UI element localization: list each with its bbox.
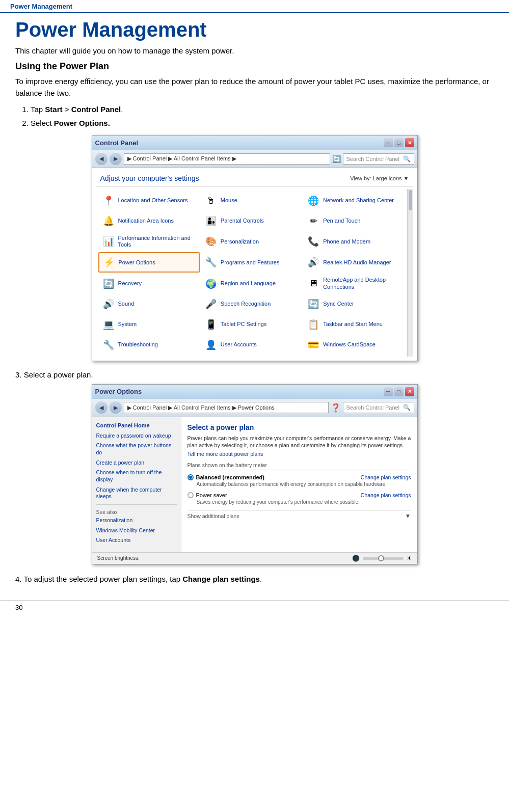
plan-balanced-radio-label[interactable]: Balanced (recommended)	[187, 474, 264, 480]
cp-item-recovery[interactable]: 🔄 Recovery	[98, 274, 200, 293]
power-search-box[interactable]: Search Control Panel 🔍	[343, 402, 414, 413]
minimize-button[interactable]: ─	[384, 138, 393, 147]
power-titlebar: Power Options ─ □ ✕	[92, 385, 417, 399]
plan-powersaver-name: Power saver	[196, 492, 227, 498]
search-box[interactable]: Search Control Panel 🔍	[343, 153, 414, 165]
cp-item-label: Windows CardSpace	[323, 341, 376, 348]
screenshot-power-options: Power Options ─ □ ✕ ◀ ▶ ▶ Control Panel …	[15, 384, 494, 564]
sidebar-link-sleep[interactable]: Change when the computer sleeps	[96, 486, 177, 500]
system-icon: 💻	[102, 318, 115, 331]
close-button[interactable]: ✕	[405, 138, 414, 147]
sidebar-link-mobility[interactable]: Windows Mobility Center	[96, 527, 177, 534]
sidebar-link-create[interactable]: Create a power plan	[96, 459, 177, 467]
screenshot-control-panel: Control Panel ─ □ ✕ ◀ ▶ ▶ Control Panel …	[15, 135, 494, 361]
cardspace-icon: 💳	[307, 338, 320, 351]
titlebar: Control Panel ─ □ ✕	[92, 136, 417, 150]
cp-item-notification[interactable]: 🔔 Notification Area Icons	[98, 211, 200, 231]
help-icon[interactable]: ❓	[331, 403, 341, 413]
cp-item-region[interactable]: 🌍 Region and Language	[201, 274, 302, 293]
maximize-button[interactable]: □	[394, 138, 404, 147]
cp-item-network[interactable]: 🌐 Network and Sharing Center	[303, 191, 405, 210]
plan-powersaver-radio-label[interactable]: Power saver	[187, 492, 227, 498]
power-address-text: ▶ Control Panel ▶ All Control Panel Item…	[127, 404, 275, 411]
cp-item-speech[interactable]: 🎤 Speech Recognition	[201, 294, 302, 314]
titlebar-left: Control Panel	[95, 139, 139, 147]
plan-balanced-desc: Automatically balances performance with …	[197, 481, 411, 487]
taskbar-icon: 📋	[307, 318, 320, 331]
power-back-button[interactable]: ◀	[95, 401, 108, 414]
brightness-track[interactable]	[363, 557, 404, 560]
power-minimize-button[interactable]: ─	[384, 387, 393, 396]
cp-item-remoteapp[interactable]: 🖥 RemoteApp and Desktop Connections	[303, 274, 405, 293]
sidebar-link-password[interactable]: Require a password on wakeup	[96, 432, 177, 440]
viewby-selector[interactable]: View by: Large icons ▼	[350, 175, 409, 181]
power-address-bar[interactable]: ▶ Control Panel ▶ All Control Panel Item…	[124, 402, 329, 413]
cp-item-system[interactable]: 💻 System	[98, 315, 200, 334]
recovery-icon: 🔄	[102, 277, 115, 290]
cp-item-performance[interactable]: 📊 Performance Information and Tools	[98, 232, 200, 251]
back-button[interactable]: ◀	[95, 153, 108, 165]
cp-item-label: Mouse	[221, 197, 237, 204]
cp-item-label: System	[118, 321, 137, 328]
personalization-icon: 🎨	[204, 235, 218, 248]
window-controls: ─ □ ✕	[384, 138, 414, 147]
cp-item-realtek[interactable]: 🔊 Realtek HD Audio Manager	[303, 252, 405, 273]
cp-header-title: Adjust your computer's settings	[100, 174, 199, 182]
brightness-label: Screen brightness:	[97, 555, 140, 561]
cp-item-label: User Accounts	[221, 341, 257, 348]
address-text: ▶ Control Panel ▶ All Control Panel Item…	[127, 155, 236, 162]
show-more-plans[interactable]: Show additional plans ▼	[187, 510, 411, 520]
power-body: Control Panel Home Require a password on…	[92, 417, 417, 552]
cp-item-taskbar[interactable]: 📋 Taskbar and Start Menu	[303, 315, 405, 334]
power-sidebar-title[interactable]: Control Panel Home	[96, 422, 177, 428]
cp-item-sound[interactable]: 🔊 Sound	[98, 294, 200, 314]
cp-item-label: Parental Controls	[221, 218, 264, 224]
brightness-thumb[interactable]	[378, 555, 384, 561]
cp-item-label: Performance Information and Tools	[118, 235, 196, 248]
cp-item-location[interactable]: 📍 Location and Other Sensors	[98, 191, 200, 210]
cp-item-pentouch[interactable]: ✏ Pen and Touch	[303, 211, 405, 231]
cp-item-tablet[interactable]: 📱 Tablet PC Settings	[201, 315, 302, 334]
plan-powersaver-change[interactable]: Change plan settings	[361, 492, 411, 498]
forward-button[interactable]: ▶	[110, 153, 122, 165]
sidebar-link-personalization[interactable]: Personalization	[96, 517, 177, 524]
content-area: Adjust your computer's settings View by:…	[92, 168, 417, 361]
tell-me-more-link[interactable]: Tell me more about power plans	[187, 450, 411, 458]
brightness-slider[interactable]: 🌑 ☀	[352, 555, 412, 562]
power-forward-button[interactable]: ▶	[110, 401, 122, 414]
power-close-button[interactable]: ✕	[405, 387, 414, 396]
power-maximize-button[interactable]: □	[394, 387, 404, 396]
section-paragraph: To improve energy efficiency, you can us…	[15, 76, 494, 99]
control-panel-window: Control Panel ─ □ ✕ ◀ ▶ ▶ Control Panel …	[92, 135, 418, 361]
plan-balanced-radio[interactable]	[187, 474, 194, 480]
address-bar[interactable]: ▶ Control Panel ▶ All Control Panel Item…	[124, 153, 330, 165]
sidebar-link-useraccts[interactable]: User Accounts	[96, 537, 177, 544]
cp-item-phone[interactable]: 📞 Phone and Modem	[303, 232, 405, 251]
power-search-placeholder: Search Control Panel	[346, 404, 400, 411]
page-footer: 30	[0, 600, 509, 614]
sidebar-link-buttons[interactable]: Choose what the power buttons do	[96, 442, 177, 456]
cp-item-label: Recovery	[118, 280, 142, 287]
show-more-chevron: ▼	[405, 512, 411, 520]
cp-item-cardspace[interactable]: 💳 Windows CardSpace	[303, 335, 405, 355]
scrollbar[interactable]	[407, 189, 413, 357]
cp-item-programs[interactable]: 🔧 Programs and Features	[201, 252, 302, 273]
plan-balanced-row: Balanced (recommended) Change plan setti…	[187, 474, 411, 480]
cp-item-mouse[interactable]: 🖱 Mouse	[201, 191, 302, 210]
cp-item-label: Personalization	[221, 238, 259, 245]
sidebar-link-display[interactable]: Choose when to turn off the display	[96, 469, 177, 483]
power-sidebar: Control Panel Home Require a password on…	[92, 417, 181, 552]
plan-balanced-change[interactable]: Change plan settings	[361, 474, 411, 480]
cp-item-useraccts[interactable]: 👤 User Accounts	[201, 335, 302, 355]
programs-icon: 🔧	[204, 256, 218, 269]
window-title-text: Control Panel	[95, 139, 139, 147]
cp-item-personalization[interactable]: 🎨 Personalization	[201, 232, 302, 251]
cp-item-sync[interactable]: 🔄 Sync Center	[303, 294, 405, 314]
cp-item-troubleshooting[interactable]: 🔧 Troubleshooting	[98, 335, 200, 355]
cp-item-parental[interactable]: 👨‍👦 Parental Controls	[201, 211, 302, 231]
cp-item-power[interactable]: ⚡ Power Options	[98, 252, 200, 273]
power-search-icon: 🔍	[403, 404, 411, 411]
refresh-icon[interactable]: 🔄	[332, 155, 341, 163]
plan-powersaver-radio[interactable]	[187, 492, 194, 498]
cp-item-label: Power Options	[119, 259, 155, 266]
